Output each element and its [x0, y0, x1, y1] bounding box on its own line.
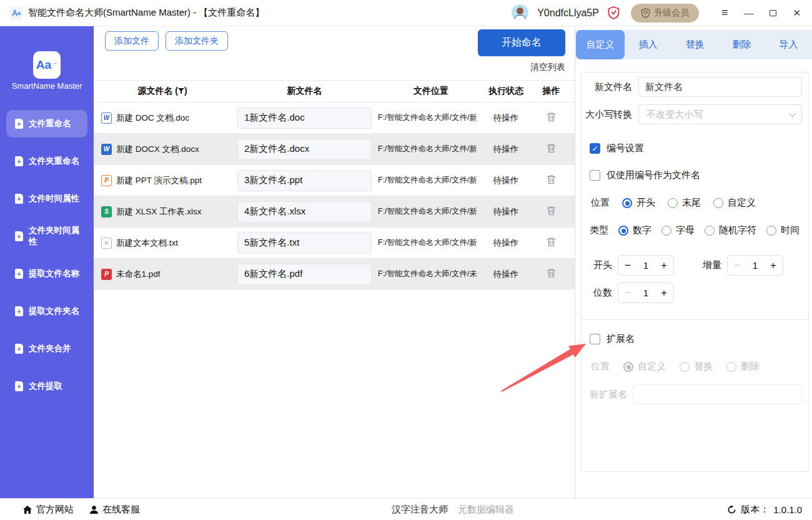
radio-ext-delete[interactable]: 删除 — [726, 361, 760, 372]
delete-icon[interactable] — [547, 112, 556, 124]
sidebar-item-extract-foldername[interactable]: +提取文件夹名 — [6, 298, 87, 325]
tab-insert[interactable]: 插入 — [625, 30, 671, 59]
file-plus-icon: + — [15, 269, 23, 279]
radio-type-time[interactable]: 时间 — [766, 224, 800, 236]
brand-name: SmartName Master — [0, 81, 94, 91]
brand-logo-icon: Aa→ — [33, 51, 61, 79]
start-number-label: 开头 — [591, 259, 612, 271]
delete-icon[interactable] — [547, 143, 556, 155]
close-button[interactable]: ✕ — [793, 8, 801, 19]
new-name-input[interactable] — [638, 77, 802, 97]
section-divider — [581, 319, 808, 320]
radio-type-random[interactable]: 随机字符 — [705, 224, 756, 236]
new-extension-input[interactable] — [633, 384, 802, 404]
position-label: 位置 — [591, 197, 610, 209]
numbering-checkbox[interactable] — [590, 143, 600, 154]
radio-ext-replace[interactable]: 替换 — [680, 361, 713, 372]
radio-ext-custom[interactable]: 自定义 — [623, 361, 666, 372]
new-filename-input[interactable] — [237, 232, 372, 254]
custom-settings-card: 新文件名 大小写转换 不改变大小写 编号设置 仅使用编号作为文件名 位置 — [580, 72, 809, 472]
maximize-button[interactable] — [770, 8, 776, 18]
minimize-button[interactable]: — — [744, 8, 753, 18]
plus-button[interactable]: + — [661, 260, 667, 271]
sidebar-item-file-time[interactable]: +文件时间属性 — [6, 185, 87, 212]
radio-type-number[interactable]: 数字 — [618, 224, 651, 236]
delete-icon[interactable] — [547, 174, 556, 186]
plus-button[interactable]: + — [661, 288, 667, 298]
digits-label: 位数 — [591, 287, 612, 299]
settings-panel: 自定义 插入 替换 删除 导入 新文件名 大小写转换 不改变大小写 编号设置 — [575, 26, 812, 498]
source-filename: 新建 PPT 演示文稿.ppt — [116, 175, 202, 186]
status-text: 待操作 — [484, 269, 528, 280]
user-avatar[interactable] — [512, 4, 528, 21]
online-support-link[interactable]: 在线客服 — [89, 499, 140, 520]
table-header: 源文件名 () 新文件名 文件位置 执行状态 操作 — [94, 80, 575, 102]
only-number-checkbox[interactable] — [590, 170, 600, 181]
upgrade-membership-button[interactable]: 升级会员 — [631, 4, 699, 22]
title-bar: Aa 智能文件命名大师(SmartName Master) - 【文件重命名】 … — [0, 0, 812, 26]
table-row: W新建 DOCX 文档.docx F:/智能文件命名大师/文件/新 待操作 — [94, 134, 575, 165]
metadata-editor-link[interactable]: 元数据编辑器 — [458, 499, 514, 520]
extension-checkbox[interactable] — [590, 334, 600, 344]
ext-position-label: 位置 — [591, 361, 610, 372]
radio-icon — [623, 362, 633, 372]
sidebar-item-file-extract[interactable]: +文件提取 — [6, 372, 87, 400]
sidebar-item-file-rename[interactable]: +文件重命名 — [6, 110, 87, 138]
tab-replace[interactable]: 替换 — [671, 30, 718, 59]
menu-icon[interactable]: ≡ — [721, 6, 728, 19]
text-file-icon: ≡ — [101, 238, 112, 249]
sidebar-item-folder-time[interactable]: +文件夹时间属性 — [6, 222, 87, 250]
new-filename-input[interactable] — [237, 170, 372, 191]
plus-button[interactable]: + — [770, 260, 776, 271]
delete-icon[interactable] — [547, 268, 556, 280]
tab-delete[interactable]: 删除 — [718, 30, 765, 59]
sidebar-item-folder-rename[interactable]: +文件夹重命名 — [6, 148, 87, 175]
add-folder-button[interactable]: 添加文件夹 — [166, 31, 228, 51]
radio-position-start[interactable]: 开头 — [622, 197, 655, 209]
header-status: 执行状态 — [484, 86, 528, 97]
file-plus-icon: + — [15, 306, 23, 316]
case-convert-select[interactable]: 不改变大小写 — [638, 104, 802, 124]
radio-position-end[interactable]: 末尾 — [668, 197, 701, 209]
radio-icon — [618, 226, 628, 236]
radio-icon — [726, 362, 736, 372]
sidebar-item-folder-merge[interactable]: +文件夹合并 — [6, 335, 87, 362]
start-number-stepper: − 1 + — [618, 255, 674, 276]
table-row: W新建 DOC 文档.doc F:/智能文件命名大师/文件/新 待操作 — [94, 102, 575, 134]
start-number-value: 1 — [643, 260, 648, 271]
sidebar-item-extract-filename[interactable]: +提取文件名称 — [6, 260, 87, 288]
radio-icon — [766, 226, 776, 236]
new-extension-label: 新扩展名 — [581, 389, 627, 401]
filter-icon — [178, 88, 184, 94]
minus-button[interactable]: − — [625, 260, 631, 271]
window-title: 智能文件命名大师(SmartName Master) - 【文件重命名】 — [28, 7, 264, 19]
panel-tabs: 自定义 插入 替换 删除 导入 — [576, 30, 812, 59]
delete-icon[interactable] — [547, 206, 556, 218]
minus-button[interactable]: − — [734, 260, 740, 271]
table-row: S新建 XLSX 工作表.xlsx F:/智能文件命名大师/文件/新 待操作 — [94, 196, 575, 228]
file-plus-icon: + — [15, 344, 23, 354]
pinyin-master-link[interactable]: 汉字注音大师 — [392, 499, 448, 520]
header-new-filename: 新文件名 — [231, 86, 378, 97]
add-file-button[interactable]: 添加文件 — [105, 31, 159, 51]
radio-type-letter[interactable]: 字母 — [661, 224, 695, 236]
minus-button[interactable]: − — [625, 288, 631, 298]
header-action: 操作 — [528, 86, 575, 97]
start-rename-button[interactable]: 开始命名 — [478, 29, 565, 56]
delete-icon[interactable] — [547, 237, 556, 249]
username: Y0ndfcLlya5P — [537, 8, 599, 19]
tab-custom[interactable]: 自定义 — [576, 30, 625, 59]
file-plus-icon: + — [15, 231, 23, 241]
table-row: P新建 PPT 演示文稿.ppt F:/智能文件命名大师/文件/新 待操作 — [94, 165, 575, 196]
new-filename-input[interactable] — [237, 108, 372, 129]
new-filename-input[interactable] — [237, 201, 372, 222]
footer-bar: 官方网站 在线客服 汉字注音大师 元数据编辑器 版本：1.0.1.0 — [0, 498, 812, 520]
radio-position-custom[interactable]: 自定义 — [713, 197, 756, 209]
new-filename-input[interactable] — [237, 139, 372, 160]
official-website-link[interactable]: 官方网站 — [22, 499, 74, 520]
new-filename-input[interactable] — [237, 264, 372, 285]
version-info: 版本：1.0.1.0 — [727, 499, 802, 520]
clear-list-button[interactable]: 清空列表 — [530, 62, 565, 73]
increment-value: 1 — [753, 260, 758, 271]
tab-import[interactable]: 导入 — [765, 30, 812, 59]
